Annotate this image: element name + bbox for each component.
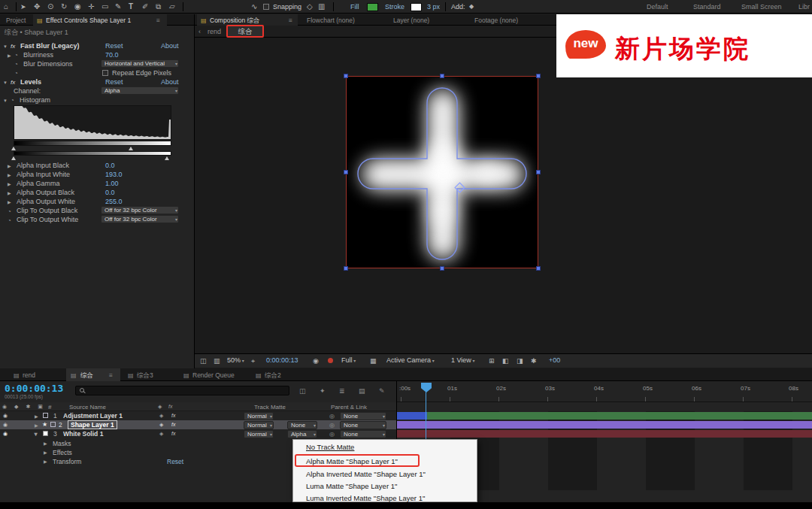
layer-visibility-toggle[interactable]: ◉ [3, 413, 8, 419]
panel-menu-icon[interactable]: ≡ [156, 16, 160, 25]
selection-handle[interactable] [536, 170, 541, 174]
layer-row-2-selected[interactable]: ◉ ▶ ★ 2 Shape Layer 1 ◈ fx Normal None ◎… [0, 420, 396, 429]
always-preview-icon[interactable]: ◫ [200, 356, 207, 366]
blur-dimensions-dropdown[interactable]: Horizontal and Vertical [101, 59, 179, 68]
output-black-slider[interactable] [11, 156, 16, 160]
layer3-duration-bar[interactable] [397, 430, 812, 438]
eraser-tool-icon[interactable]: ▱ [169, 2, 175, 12]
disclosure-closed-icon[interactable]: ▶ [8, 181, 11, 187]
timeline-current-time[interactable]: 0:00:00:13 [5, 383, 63, 394]
disclosure-open-icon[interactable]: ▼ [3, 44, 8, 50]
timeline-tab-rend[interactable]: rend [23, 371, 35, 380]
disclosure-closed-icon[interactable]: ▶ [8, 172, 11, 178]
snap-icon[interactable]: ∿ [251, 2, 257, 12]
snap-option-icon[interactable]: ◇ [307, 2, 313, 12]
selection-handle[interactable] [344, 170, 348, 174]
snapshot-icon[interactable]: ◉ [313, 356, 319, 366]
workspace-libraries[interactable]: Libr [798, 2, 810, 11]
track-matte-dropdown[interactable]: Alpha [287, 430, 317, 438]
pickwhip-icon[interactable]: ◎ [329, 431, 335, 438]
param-value[interactable]: 0.0 [105, 188, 115, 197]
orbit-tool-icon[interactable]: ↻ [61, 2, 67, 12]
timeline-tab-comp3[interactable]: 综合3 [137, 371, 153, 380]
clip-output-black-dropdown[interactable]: Off for 32 bpc Color [101, 206, 179, 214]
view-layout-dropdown[interactable]: 1 View [451, 356, 482, 365]
transform-reset-button[interactable]: Reset [167, 457, 183, 466]
levels-about-button[interactable]: About [161, 77, 179, 86]
workspace-default[interactable]: Default [647, 2, 668, 11]
comp-current-time[interactable]: 0:00:00:13 [266, 356, 298, 365]
pen-tool-icon[interactable]: ✎ [115, 2, 121, 12]
stopwatch-icon[interactable]: ◔ [14, 51, 18, 59]
column-track-matte[interactable]: Track Matte [254, 403, 286, 411]
param-value[interactable]: 255.0 [105, 197, 123, 206]
layer-visibility-toggle[interactable]: ◉ [3, 431, 8, 437]
layer-row-1[interactable]: ◉ ▶ 1 Adjustment Layer 1 ◈ fx Normal ◎ N… [0, 411, 396, 420]
camera-dropdown[interactable]: Active Camera [386, 356, 441, 365]
camera-tool-icon[interactable]: ◉ [74, 2, 81, 12]
track-matte-dropdown[interactable]: None [287, 421, 317, 429]
zoom-tool-icon[interactable]: ⊙ [47, 2, 53, 12]
levels-reset-button[interactable]: Reset [105, 77, 123, 86]
layer-fx-badge[interactable]: fx [171, 431, 175, 436]
exposure-value[interactable]: +00 [549, 356, 560, 365]
selection-handle[interactable] [536, 74, 541, 78]
tab-layer[interactable]: Layer (none) [393, 16, 429, 25]
layer-name[interactable]: Adjustment Layer 1 [63, 411, 123, 420]
timeline-tab-comp2[interactable]: 综合2 [265, 371, 281, 380]
input-white-slider[interactable] [129, 147, 133, 150]
layer-expand-icon[interactable]: ▶ [35, 423, 38, 429]
blurriness-value[interactable]: 70.0 [105, 50, 119, 59]
shape-tool-icon[interactable]: ▭ [102, 2, 108, 12]
layer-color-chip[interactable] [43, 431, 48, 436]
parent-dropdown[interactable]: None [340, 430, 386, 438]
column-index[interactable]: # [48, 403, 51, 411]
stroke-label[interactable]: Stroke [385, 2, 404, 11]
hand-tool-icon[interactable]: ✥ [34, 2, 40, 12]
target-icon[interactable]: ⌖ [251, 356, 255, 366]
fast-blur-reset-button[interactable]: Reset [105, 41, 123, 50]
group-effects[interactable]: Effects [53, 448, 72, 457]
show-channel-red-icon[interactable] [328, 358, 333, 363]
magnification-dropdown[interactable]: 50% [227, 356, 251, 365]
layer-switch-icon[interactable]: ◈ [159, 431, 163, 437]
layer-fx-badge[interactable]: fx [171, 413, 175, 418]
tab-project[interactable]: Project [6, 16, 26, 25]
brush-tool-icon[interactable]: ✐ [142, 2, 148, 12]
selection-handle[interactable] [536, 266, 541, 271]
selection-handle[interactable] [440, 266, 444, 271]
pan-behind-tool-icon[interactable]: ✛ [88, 2, 94, 12]
fill-color-swatch[interactable] [367, 3, 378, 11]
view-option-icons[interactable]: ⊞ ◧ ◨ ✱ [489, 356, 540, 366]
timeline-search-input[interactable] [75, 386, 289, 395]
disclosure-open-icon[interactable]: ▼ [3, 98, 8, 104]
menu-item-no-track-matte[interactable]: No Track Matte [292, 442, 477, 452]
disclosure-closed-icon[interactable]: ▶ [8, 199, 11, 205]
param-value[interactable]: 1.00 [105, 179, 119, 188]
layer-switch-icon[interactable]: ◈ [159, 413, 163, 419]
tab-flowchart[interactable]: Flowchart (none) [307, 16, 355, 25]
layer-expand-icon[interactable]: ▶ [35, 414, 38, 420]
input-black-slider[interactable] [11, 147, 16, 150]
layer-color-chip[interactable] [43, 413, 48, 418]
effect-title-fast-blur[interactable]: Fast Blur (Legacy) [20, 41, 80, 50]
group-expand-icon[interactable]: ▶ [44, 441, 47, 447]
pickwhip-icon[interactable]: ◎ [329, 413, 335, 420]
layer-name[interactable]: Shape Layer 1 [68, 420, 117, 429]
group-expand-icon[interactable]: ▶ [44, 450, 47, 456]
fast-blur-about-button[interactable]: About [161, 41, 179, 50]
effect-title-levels[interactable]: Levels [20, 77, 41, 86]
column-parent-link[interactable]: Parent & Link [331, 403, 367, 411]
parent-dropdown[interactable]: None [340, 412, 386, 420]
selection-handle[interactable] [440, 74, 444, 78]
layer-switch-icon[interactable]: ◈ [159, 422, 163, 428]
layer-row-3[interactable]: ◉ ▶ 3 White Solid 1 ◈ fx Normal Alpha ◎ … [0, 429, 396, 438]
timeline-view-icons[interactable]: ◫ ✦ ≣ ▤ ✎ [299, 386, 391, 396]
menu-item-alpha-inverted-matte[interactable]: Alpha Inverted Matte "Shape Layer 1" [292, 469, 477, 479]
disclosure-open-icon[interactable]: ▼ [3, 80, 8, 86]
workspace-standard[interactable]: Standard [693, 2, 721, 11]
blend-mode-dropdown[interactable]: Normal [244, 430, 274, 438]
stroke-color-swatch[interactable] [411, 3, 422, 11]
layer1-bar-head[interactable] [397, 412, 427, 420]
selection-handle[interactable] [344, 266, 348, 271]
